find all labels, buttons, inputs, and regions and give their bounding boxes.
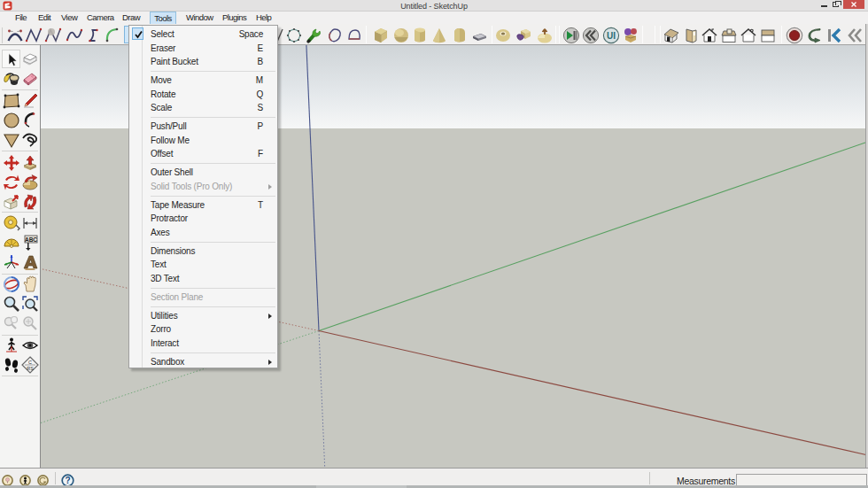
svg-text:ABC: ABC <box>25 236 37 243</box>
svg-text:RS: RS <box>27 366 34 371</box>
svg-text:C: C <box>28 360 32 365</box>
svg-text:UI: UI <box>607 31 616 41</box>
svg-text:?: ? <box>65 476 70 485</box>
